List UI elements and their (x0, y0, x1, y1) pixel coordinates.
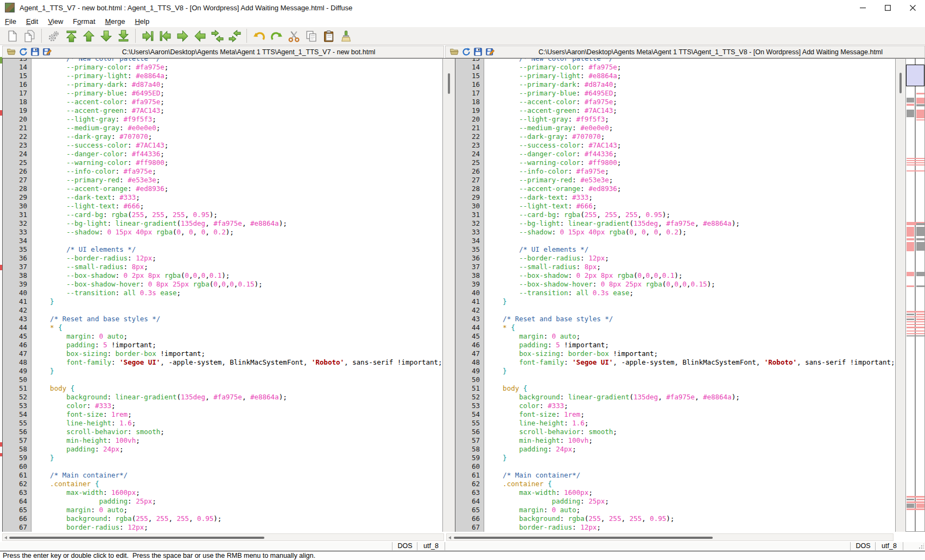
open-file-button[interactable] (21, 28, 37, 43)
paste-button[interactable] (320, 28, 337, 43)
code-line-26[interactable]: --info-color: #fa975e; (34, 167, 156, 176)
code-line-16[interactable]: --primary-dark: #d87a40; (34, 80, 164, 89)
code-line-56[interactable]: scroll-behavior: smooth; (486, 428, 617, 436)
close-button[interactable] (900, 0, 925, 15)
code-line-57[interactable]: min-height: 100vh; (486, 436, 593, 445)
code-line-30[interactable]: --light-text: #666; (34, 202, 144, 211)
code-line-36[interactable]: --border-radius: 12px; (486, 254, 609, 263)
open-file-icon[interactable] (6, 47, 16, 56)
code-line-24[interactable]: --danger-color: #f44336; (486, 150, 617, 158)
code-line-46[interactable]: padding: 5 !important; (34, 341, 156, 349)
code-line-48[interactable]: font-family: 'Segoe UI', -apple-system, … (486, 358, 895, 367)
merge-from-left-button[interactable] (209, 28, 225, 43)
code-line-62[interactable]: .container { (486, 480, 552, 488)
code-line-13[interactable]: /* New color palette */ (34, 58, 160, 63)
copy-left-into-selection-button[interactable] (192, 28, 208, 43)
reload-icon[interactable] (18, 47, 28, 56)
code-line-37[interactable]: --small-radius: 8px; (486, 263, 601, 271)
code-line-62[interactable]: .container { (34, 480, 99, 488)
code-line-28[interactable]: --accent-orange: #ed8936; (486, 184, 621, 193)
code-line-43[interactable]: /* Reset and base styles */ (34, 315, 160, 323)
code-line-19[interactable]: --accent-green: #7AC143; (486, 106, 617, 115)
code-line-41[interactable]: } (486, 297, 507, 306)
code-line-38[interactable]: --box-shadow: 0 2px 8px rgba(0,0,0,0.1); (486, 271, 682, 280)
code-line-49[interactable]: } (486, 367, 507, 376)
scroll-left-arrow-icon[interactable] (448, 536, 451, 539)
code-line-48[interactable]: font-family: 'Segoe UI', -apple-system, … (34, 358, 442, 367)
code-line-15[interactable]: --primary-light: #e8864a; (34, 72, 168, 80)
code-line-31[interactable]: --card-bg: rgba(255, 255, 255, 0.95); (34, 211, 218, 219)
redo-button[interactable] (268, 28, 284, 43)
code-line-66[interactable]: background: rgba(255, 255, 255, 0.95); (34, 514, 221, 523)
code-line-25[interactable]: --warning-color: #ff9800; (34, 158, 168, 167)
code-line-16[interactable]: --primary-dark: #d87a40; (486, 80, 617, 89)
code-line-55[interactable]: line-height: 1.6; (34, 419, 136, 428)
realign-all-button[interactable] (46, 28, 62, 43)
code-line-20[interactable]: --light-gray: #f9f5f3; (486, 115, 609, 124)
code-line-45[interactable]: margin: 0 auto; (34, 332, 128, 341)
code-line-32[interactable]: --bg-light: linear-gradient(135deg, #fa9… (34, 219, 287, 228)
code-line-24[interactable]: --danger-color: #f44336; (34, 150, 164, 158)
code-line-59[interactable]: } (34, 454, 54, 462)
merge-from-right-button[interactable] (226, 28, 243, 43)
new-file-button[interactable] (4, 28, 20, 43)
code-line-61[interactable]: /* Main container*/ (486, 471, 580, 480)
code-line-51[interactable]: body { (34, 384, 74, 393)
code-line-63[interactable]: max-width: 1600px; (34, 488, 140, 497)
code-line-67[interactable]: border-radius: 12px; (486, 523, 601, 532)
code-line-39[interactable]: --box-shadow-hover: 0 8px 25px rgba(0,0,… (486, 280, 715, 289)
code-line-51[interactable]: body { (486, 384, 527, 393)
left-code-area[interactable]: /* New color palette */ --primary-color:… (31, 58, 443, 532)
code-line-40[interactable]: --transition: all 0.3s ease; (486, 289, 633, 297)
code-line-45[interactable]: margin: 0 auto; (486, 332, 580, 341)
right-vscroll-thumb[interactable] (899, 73, 902, 93)
code-line-66[interactable]: background: rgba(255, 255, 255, 0.95); (486, 514, 674, 523)
code-line-18[interactable]: --accent-color: #fa975e; (34, 98, 164, 106)
code-line-25[interactable]: --warning-color: #ff9800; (486, 158, 621, 167)
code-line-14[interactable]: --primary-color: #fa975e; (486, 63, 621, 72)
code-line-43[interactable]: /* Reset and base styles */ (486, 315, 613, 323)
save-as-icon[interactable] (485, 47, 495, 56)
code-line-22[interactable]: --dark-gray: #707070; (486, 132, 605, 141)
code-line-44[interactable]: * { (486, 323, 515, 332)
save-icon[interactable] (473, 47, 483, 56)
code-line-52[interactable]: background: linear-gradient(135deg, #fa9… (486, 393, 740, 402)
code-line-17[interactable]: --primary-blue: #6495ED; (486, 89, 617, 98)
copy-selection-left-button[interactable] (157, 28, 173, 43)
code-line-35[interactable]: /* UI elements */ (486, 245, 588, 254)
menu-edit[interactable]: Edit (21, 16, 43, 27)
diff-overview-map[interactable] (905, 58, 925, 532)
code-line-53[interactable]: color: #333; (34, 402, 116, 410)
code-line-49[interactable]: } (34, 367, 54, 376)
code-line-41[interactable]: } (34, 297, 54, 306)
left-vertical-scrollbar[interactable] (443, 58, 455, 532)
scroll-left-arrow-icon[interactable] (4, 536, 7, 539)
code-line-17[interactable]: --primary-blue: #6495ED; (34, 89, 164, 98)
code-line-56[interactable]: scroll-behavior: smooth; (34, 428, 164, 436)
code-line-59[interactable]: } (486, 454, 507, 462)
code-line-63[interactable]: max-width: 1600px; (486, 488, 593, 497)
previous-difference-button[interactable] (80, 28, 97, 43)
code-line-47[interactable]: box-sizing: border-box !important; (34, 349, 205, 358)
code-line-64[interactable]: padding: 25px; (34, 497, 156, 506)
code-line-54[interactable]: font-size: 1rem; (486, 410, 585, 419)
code-line-58[interactable]: padding: 24px; (486, 445, 576, 454)
code-line-47[interactable]: box-sizing: border-box !important; (486, 349, 658, 358)
code-line-52[interactable]: background: linear-gradient(135deg, #fa9… (34, 393, 287, 402)
map-viewport-rect[interactable] (906, 65, 924, 86)
code-line-22[interactable]: --dark-gray: #707070; (34, 132, 152, 141)
clear-edits-button[interactable] (338, 28, 354, 43)
code-line-27[interactable]: --primary-red: #e53e3e; (34, 176, 160, 184)
code-line-44[interactable]: * { (34, 323, 62, 332)
code-line-64[interactable]: padding: 25px; (486, 497, 609, 506)
code-line-30[interactable]: --light-text: #666; (486, 202, 597, 211)
menu-merge[interactable]: Merge (100, 16, 130, 27)
resize-grip[interactable] (918, 544, 924, 549)
code-line-57[interactable]: min-height: 100vh; (34, 436, 140, 445)
code-line-23[interactable]: --success-color: #7AC143; (34, 141, 168, 150)
code-line-26[interactable]: --info-color: #fa975e; (486, 167, 609, 176)
code-line-18[interactable]: --accent-color: #fa975e; (486, 98, 617, 106)
code-line-31[interactable]: --card-bg: rgba(255, 255, 255, 0.95); (486, 211, 670, 219)
code-line-29[interactable]: --dark-text: #333; (486, 193, 593, 202)
code-line-23[interactable]: --success-color: #7AC143; (486, 141, 621, 150)
